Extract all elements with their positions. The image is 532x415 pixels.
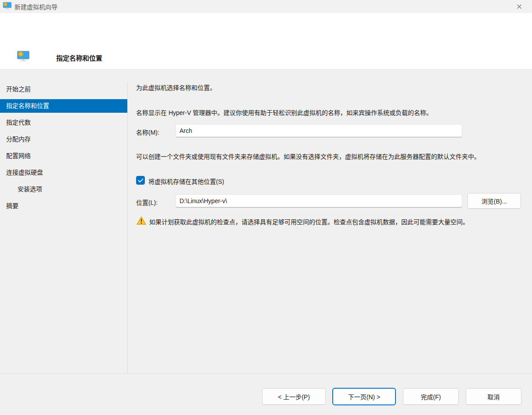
vm-wizard-icon bbox=[3, 1, 12, 11]
page-title: 指定名称和位置 bbox=[56, 53, 102, 62]
warning-icon bbox=[137, 216, 146, 225]
next-button[interactable]: 下一页(N) > bbox=[332, 388, 396, 405]
window-title: 新建虚拟机向导 bbox=[14, 2, 58, 11]
name-hint-text: 名称显示在 Hyper-V 管理器中。建议你使用有助于轻松识别此虚拟机的名称，如… bbox=[136, 108, 525, 118]
sidebar-item-configure-networking[interactable]: 配置网络 bbox=[0, 149, 127, 163]
vm-location-input[interactable] bbox=[176, 194, 462, 208]
name-label: 名称(M): bbox=[136, 128, 159, 136]
sidebar-item-specify-name-location[interactable]: 指定名称和位置 bbox=[0, 99, 127, 113]
header-divider bbox=[0, 69, 532, 70]
sidebar-item-summary[interactable]: 摘要 bbox=[0, 199, 127, 213]
sidebar-divider bbox=[127, 82, 128, 373]
store-location-checkbox[interactable] bbox=[136, 176, 145, 185]
intro-text: 为此虚拟机选择名称和位置。 bbox=[136, 83, 216, 92]
finish-button[interactable]: 完成(F) bbox=[403, 388, 459, 405]
wizard-steps-sidebar: 开始之前 指定名称和位置 指定代数 分配内存 配置网络 连接虚拟硬盘 安装选项 … bbox=[0, 82, 127, 216]
previous-button[interactable]: < 上一步(P) bbox=[262, 388, 326, 405]
cancel-button[interactable]: 取消 bbox=[466, 388, 521, 405]
vm-name-input[interactable] bbox=[176, 124, 462, 137]
titlebar: 新建虚拟机向导 bbox=[0, 0, 532, 13]
vm-wizard-page-icon bbox=[17, 50, 30, 63]
close-icon bbox=[516, 4, 522, 10]
sidebar-item-installation-options[interactable]: 安装选项 bbox=[0, 182, 127, 196]
sidebar-item-assign-memory[interactable]: 分配内存 bbox=[0, 132, 127, 146]
new-vm-wizard-window: 新建虚拟机向导 指定名 bbox=[0, 0, 532, 415]
sidebar-item-specify-generation[interactable]: 指定代数 bbox=[0, 116, 127, 129]
sidebar-item-connect-virtual-hard-disk[interactable]: 连接虚拟硬盘 bbox=[0, 166, 127, 179]
browse-button[interactable]: 浏览(B)... bbox=[467, 193, 521, 209]
footer-divider bbox=[0, 373, 532, 374]
sidebar-item-before-you-begin[interactable]: 开始之前 bbox=[0, 82, 127, 96]
store-location-checkbox-label[interactable]: 将虚拟机存储在其他位置(S) bbox=[148, 177, 224, 186]
location-label: 位置(L): bbox=[136, 198, 158, 207]
warning-text: 如果计划获取此虚拟机的检查点，请选择具有足够可用空间的位置。检查点包含虚拟机数据… bbox=[149, 216, 521, 228]
close-button[interactable] bbox=[510, 0, 528, 13]
checkmark-icon bbox=[138, 178, 144, 183]
folder-hint-text: 可以创建一个文件夹或使用现有文件夹来存储虚拟机。如果没有选择文件夹，虚拟机将存储… bbox=[136, 152, 521, 162]
header: 指定名称和位置 bbox=[0, 13, 532, 69]
